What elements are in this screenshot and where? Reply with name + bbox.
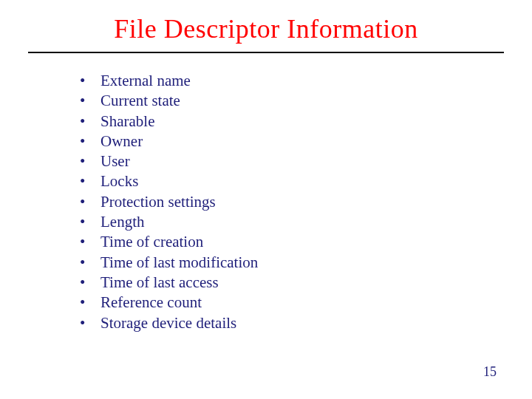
list-item: • Protection settings (80, 192, 532, 212)
page-title: File Descriptor Information (0, 0, 532, 52)
bullet-icon: • (80, 151, 100, 171)
list-item-label: Time of last modification (100, 253, 258, 273)
list-item-label: Sharable (100, 112, 154, 132)
bullet-icon: • (80, 232, 100, 252)
bullet-icon: • (80, 313, 100, 333)
list-item: • Owner (80, 132, 532, 151)
list-item-label: Storage device details (100, 313, 236, 333)
list-item: • External name (80, 71, 532, 91)
list-item: • Reference count (80, 293, 532, 313)
list-item: • Current state (80, 91, 532, 111)
bullet-icon: • (80, 91, 100, 111)
page-number: 15 (483, 364, 497, 380)
list-item-label: Owner (100, 132, 143, 151)
bullet-icon: • (80, 192, 100, 212)
bullet-icon: • (80, 71, 100, 91)
list-item: • Sharable (80, 112, 532, 132)
bullet-icon: • (80, 212, 100, 232)
bullet-icon: • (80, 253, 100, 273)
list-item: • User (80, 151, 532, 171)
bullet-icon: • (80, 273, 100, 293)
list-item-label: Locks (100, 171, 138, 191)
bullet-icon: • (80, 171, 100, 191)
list-item: • Time of last access (80, 273, 532, 293)
list-item-label: User (100, 151, 130, 171)
list-item-label: Current state (100, 91, 180, 111)
list-item: • Time of last modification (80, 253, 532, 273)
list-item-label: Protection settings (100, 192, 216, 212)
title-underline (28, 52, 504, 53)
list-item: • Storage device details (80, 313, 532, 333)
list-item-label: Time of last access (100, 273, 219, 293)
list-item-label: Length (100, 212, 144, 232)
list-item-label: Reference count (100, 293, 202, 313)
content-area: • External name • Current state • Sharab… (80, 71, 532, 333)
bullet-icon: • (80, 112, 100, 132)
bullet-list: • External name • Current state • Sharab… (80, 71, 532, 333)
list-item: • Locks (80, 171, 532, 191)
list-item-label: External name (100, 71, 191, 91)
list-item-label: Time of creation (100, 232, 203, 252)
list-item: • Time of creation (80, 232, 532, 252)
bullet-icon: • (80, 132, 100, 151)
bullet-icon: • (80, 293, 100, 313)
list-item: • Length (80, 212, 532, 232)
slide: File Descriptor Information • External n… (0, 0, 532, 399)
